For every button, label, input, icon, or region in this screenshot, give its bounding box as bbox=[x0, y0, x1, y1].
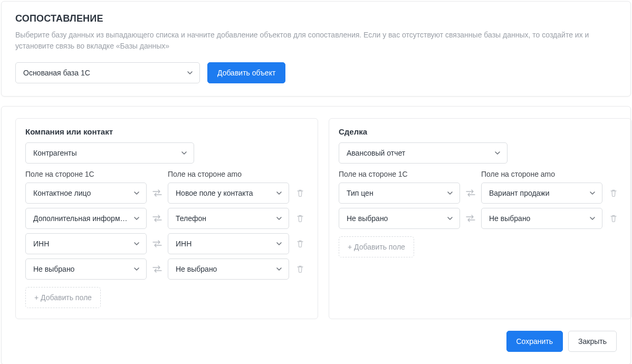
chevron-down-icon bbox=[447, 190, 453, 196]
swap-icon[interactable] bbox=[147, 189, 168, 197]
column-header-amo: Поле на стороне amo bbox=[481, 170, 602, 178]
mapping-row: Контактное лицо Новое поле у контакта bbox=[25, 183, 308, 204]
chevron-down-icon bbox=[494, 150, 501, 156]
database-select[interactable]: Основаная база 1С bbox=[15, 62, 200, 83]
chevron-down-icon bbox=[133, 266, 140, 272]
column-header-1c: Поле на стороне 1С bbox=[25, 170, 147, 178]
object-main-select[interactable]: Авансовый отчет bbox=[339, 142, 507, 164]
field-amo-select[interactable]: ИНН bbox=[168, 233, 289, 254]
object-card-company: Компания или контакт Контрагенты Поле на… bbox=[15, 118, 318, 319]
chevron-down-icon bbox=[276, 215, 282, 222]
add-object-button[interactable]: Добавить объект bbox=[207, 62, 285, 83]
chevron-down-icon bbox=[133, 215, 140, 222]
mapping-row: ИНН ИНН bbox=[25, 233, 308, 254]
chevron-down-icon bbox=[133, 190, 140, 196]
delete-row-button[interactable] bbox=[292, 240, 308, 248]
objects-card: Компания или контакт Контрагенты Поле на… bbox=[1, 106, 631, 364]
field-amo-select[interactable]: Вариант продажи bbox=[481, 183, 602, 204]
chevron-down-icon bbox=[276, 266, 282, 272]
mapping-row: Дополнительная информ… Телефон bbox=[25, 208, 308, 229]
delete-row-button[interactable] bbox=[292, 214, 308, 223]
column-headers: Поле на стороне 1С Поле на стороне amo bbox=[339, 170, 621, 178]
field-1c-select[interactable]: Не выбрано bbox=[25, 258, 147, 280]
chevron-down-icon bbox=[589, 190, 596, 196]
chevron-down-icon bbox=[447, 215, 453, 222]
mapping-row: Не выбрано Не выбрано bbox=[25, 258, 308, 280]
chevron-down-icon bbox=[181, 150, 187, 156]
field-amo-select[interactable]: Не выбрано bbox=[481, 208, 602, 229]
add-field-button[interactable]: + Добавить поле bbox=[339, 236, 414, 257]
database-select-value: Основаная база 1С bbox=[23, 69, 181, 77]
objects-container: Компания или контакт Контрагенты Поле на… bbox=[15, 118, 617, 319]
mapping-row: Не выбрано Не выбрано bbox=[339, 208, 621, 229]
field-amo-select[interactable]: Новое поле у контакта bbox=[168, 183, 289, 204]
field-amo-select[interactable]: Не выбрано bbox=[168, 258, 289, 280]
column-headers: Поле на стороне 1С Поле на стороне amo bbox=[25, 170, 308, 178]
header-card: СОПОСТАВЛЕНИЕ Выберите базу данных из вы… bbox=[1, 1, 631, 97]
swap-icon[interactable] bbox=[460, 189, 481, 197]
field-1c-select[interactable]: Дополнительная информ… bbox=[25, 208, 147, 229]
object-title: Сделка bbox=[339, 127, 621, 136]
chevron-down-icon bbox=[187, 70, 193, 76]
footer-actions: Сохранить Закрыть bbox=[15, 331, 617, 352]
column-header-1c: Поле на стороне 1С bbox=[339, 170, 460, 178]
delete-row-button[interactable] bbox=[292, 265, 308, 273]
page-title: СОПОСТАВЛЕНИЕ bbox=[15, 13, 617, 24]
delete-row-button[interactable] bbox=[606, 214, 621, 223]
close-button[interactable]: Закрыть bbox=[568, 331, 617, 352]
header-controls: Основаная база 1С Добавить объект bbox=[15, 62, 617, 83]
swap-icon[interactable] bbox=[460, 215, 481, 222]
chevron-down-icon bbox=[276, 190, 282, 196]
chevron-down-icon bbox=[133, 241, 140, 247]
page-subtitle: Выберите базу данных из выпадающего спис… bbox=[15, 30, 617, 52]
column-header-amo: Поле на стороне amo bbox=[168, 170, 289, 178]
field-amo-select[interactable]: Телефон bbox=[168, 208, 289, 229]
delete-row-button[interactable] bbox=[292, 189, 308, 197]
chevron-down-icon bbox=[276, 241, 282, 247]
field-1c-select[interactable]: Контактное лицо bbox=[25, 183, 147, 204]
swap-icon[interactable] bbox=[147, 240, 168, 247]
field-1c-select[interactable]: Тип цен bbox=[339, 183, 460, 204]
object-title: Компания или контакт bbox=[25, 127, 308, 136]
delete-row-button[interactable] bbox=[606, 189, 621, 197]
swap-icon[interactable] bbox=[147, 215, 168, 222]
mapping-row: Тип цен Вариант продажи bbox=[339, 183, 621, 204]
object-main-select[interactable]: Контрагенты bbox=[25, 142, 194, 164]
save-button[interactable]: Сохранить bbox=[506, 331, 563, 352]
add-field-button[interactable]: + Добавить поле bbox=[25, 287, 101, 308]
swap-icon[interactable] bbox=[147, 265, 168, 273]
field-1c-select[interactable]: ИНН bbox=[25, 233, 147, 254]
object-card-deal: Сделка Авансовый отчет Поле на стороне 1… bbox=[329, 118, 631, 319]
field-1c-select[interactable]: Не выбрано bbox=[339, 208, 460, 229]
chevron-down-icon bbox=[589, 215, 596, 222]
